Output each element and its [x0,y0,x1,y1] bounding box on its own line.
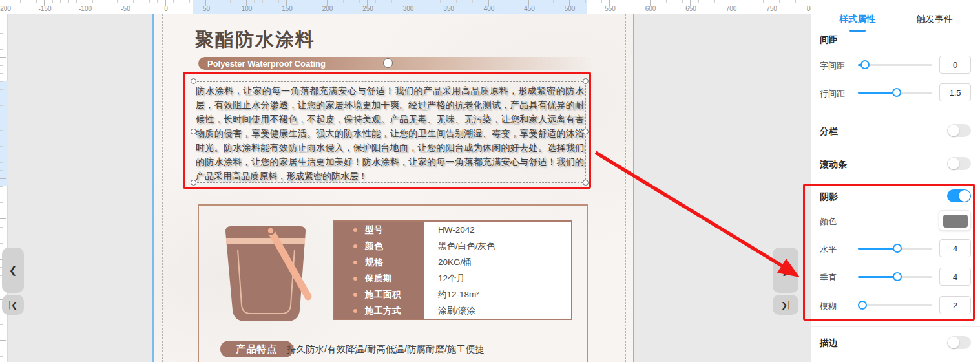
features-text: 持久防水/有效降温/耐高低温/防腐耐磨/施工便捷 [287,343,485,356]
spec-label-row: 施工方式 [334,303,424,319]
spec-label: 颜色 [365,240,383,252]
spec-value: 涂刷/滚涂 [424,303,571,319]
spec-label: 规格 [365,257,383,268]
paint-bucket-illustration [218,222,320,329]
line-spacing-slider[interactable] [858,88,932,97]
features-badge: 产品特点 [220,341,293,357]
selected-text-block[interactable]: 防水涂料，让家的每一角落都充满安心与舒适！我们的产品采用高品质原料，形成紧密的防… [194,81,586,183]
stroke-toggle[interactable] [947,336,971,349]
subtitle-banner[interactable]: Polyester Waterproof Coating [198,57,618,70]
columns-label: 分栏 [820,126,838,138]
shadow-vertical-slider[interactable] [858,272,932,281]
tab-style-properties[interactable]: 样式属性 [839,14,875,25]
resize-handle-mid-right[interactable] [583,129,589,134]
product-info-card[interactable]: 型号颜色规格保质期施工面积施工方式 HW-2042黑色/白色/灰色20KG/桶1… [198,204,588,362]
next-page-button[interactable]: ❯ [773,248,798,293]
spec-label-row: 规格 [334,254,424,270]
ruler-label: -100 [79,5,92,12]
shadow-blur-label: 模糊 [820,301,837,312]
shadow-horizontal-slider[interactable] [858,244,932,253]
shadow-vertical-input[interactable]: 4 [939,268,971,286]
scrollbar-toggle[interactable] [947,157,971,170]
editor-workspace: 聚酯防水涂料 Polyester Waterproof Coating 防水涂料… [8,14,811,362]
shadow-horizontal-input[interactable]: 4 [939,239,971,257]
bullet-icon [353,309,357,313]
ruler-label: -50 [121,5,130,12]
resize-handle-top-right[interactable] [583,78,589,84]
shadow-toggle[interactable] [947,189,971,202]
letter-spacing-input[interactable]: 0 [939,56,971,74]
ruler-label: 500 [565,5,576,12]
ruler-label: -200 [0,5,11,12]
spec-table-label-column: 型号颜色规格保质期施工面积施工方式 [334,222,424,319]
resize-handle-mid-left[interactable] [191,129,196,134]
ruler-label: 700 [726,5,737,12]
bullet-icon [353,277,357,281]
spec-value: 12个月 [424,270,571,286]
subtitle-text: Polyester Waterproof Coating [207,59,326,69]
ruler-label: 450 [524,5,535,12]
bullet-icon [353,261,357,264]
ruler-label: 750 [766,5,777,12]
rotate-handle-connector [388,68,388,81]
letter-spacing-slider[interactable] [858,60,932,69]
shadow-vertical-label: 垂直 [820,272,837,284]
spec-label-row: 型号 [334,222,424,238]
tab-trigger-events[interactable]: 触发事件 [917,14,953,25]
spec-label-row: 保质期 [334,270,424,286]
design-page[interactable]: 聚酯防水涂料 Polyester Waterproof Coating 防水涂料… [152,14,634,362]
ruler-label: 150 [282,5,293,12]
spec-label-row: 颜色 [334,238,424,254]
prev-page-button[interactable]: ❮ [2,248,24,293]
shadow-color-swatch[interactable] [939,210,971,231]
resize-handle-top-left[interactable] [191,78,196,84]
shadow-color-label: 颜色 [820,216,837,228]
spec-label: 施工方式 [365,305,401,317]
scrollbar-label: 滚动条 [820,159,847,171]
bullet-icon [353,228,357,232]
page-margin-guide-left [162,14,163,362]
spec-table-value-column: HW-2042黑色/白色/灰色20KG/桶12个月约12-18m²涂刷/滚涂 [424,222,571,319]
divider [811,326,980,327]
divider [811,147,980,147]
stroke-label: 描边 [820,337,838,349]
section-spacing: 间距 [820,34,838,46]
shadow-blur-slider[interactable] [858,301,932,310]
first-page-button[interactable]: |❮ [2,295,24,315]
spec-value: 黑色/白色/灰色 [424,238,571,254]
ruler-label: 200 [322,5,333,12]
resize-handle-bottom-right[interactable] [583,180,589,186]
spec-label-row: 施工面积 [334,286,424,303]
ruler-label: 550 [605,5,616,12]
ruler-label: 350 [443,5,454,12]
spec-label: 施工面积 [365,289,401,301]
line-spacing-label: 行间距 [820,88,845,100]
ruler-label: 400 [484,5,495,12]
ruler-label: 100 [242,5,253,12]
horizontal-ruler: -200-150-100-500501001502002503003504004… [0,0,811,14]
body-text: 防水涂料，让家的每一角落都充满安心与舒适！我们的产品采用高品质原料，形成紧密的防… [196,83,584,183]
resize-handle-bottom-left[interactable] [191,180,196,186]
ruler-label: 300 [403,5,414,12]
divider [811,357,980,357]
shadow-blur-input[interactable]: 2 [939,296,971,314]
spec-table: 型号颜色规格保质期施工面积施工方式 HW-2042黑色/白色/灰色20KG/桶1… [333,220,572,320]
ruler-label: 600 [645,5,656,12]
ruler-label: 650 [685,5,696,12]
page-margin-guide-right [625,14,626,362]
divider [811,114,980,114]
rotate-handle[interactable] [383,58,393,68]
bullet-icon [353,293,357,297]
properties-panel: 样式属性 触发事件 间距 字间距 0 行间距 1.5 分栏 滚动条 阴影 颜色 … [811,0,980,362]
page-title[interactable]: 聚酯防水涂料 [195,27,315,53]
last-page-button[interactable]: ❯| [773,295,798,315]
shadow-color-chip [943,215,968,228]
spec-value: 约12-18m² [424,286,571,303]
columns-toggle[interactable] [947,124,971,137]
ruler-label: 50 [203,5,210,12]
line-spacing-input[interactable]: 1.5 [939,83,971,101]
ruler-label: -150 [38,5,51,12]
letter-spacing-label: 字间距 [820,60,845,72]
spec-label: 型号 [365,224,383,236]
ruler-label: 250 [362,5,373,12]
